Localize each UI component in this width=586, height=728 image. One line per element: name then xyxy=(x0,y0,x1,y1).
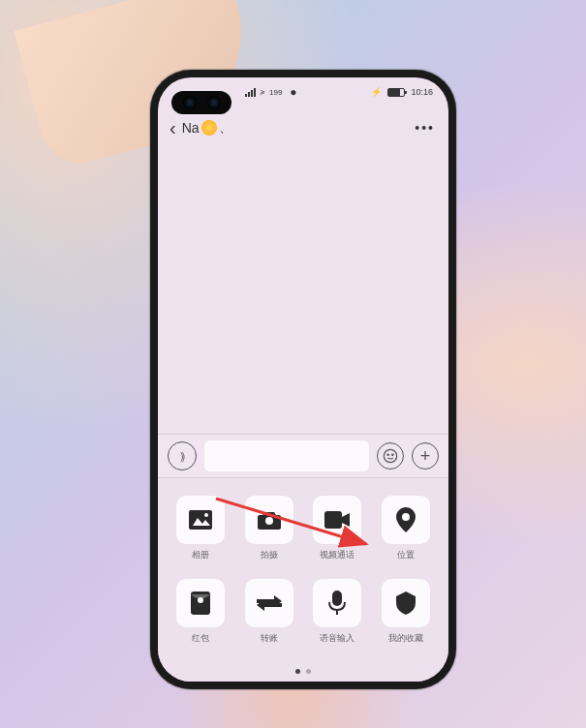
svg-point-5 xyxy=(204,513,208,517)
attach-transfer[interactable]: 转账 xyxy=(240,579,299,645)
svg-point-11 xyxy=(198,597,203,603)
svg-rect-12 xyxy=(333,592,341,605)
red-packet-icon xyxy=(176,579,225,627)
camera-icon xyxy=(245,496,293,544)
back-button[interactable]: ‹ xyxy=(170,117,176,139)
attach-label: 我的收藏 xyxy=(388,632,423,645)
svg-rect-7 xyxy=(324,511,342,529)
notification-dot: ● xyxy=(290,85,296,99)
svg-point-2 xyxy=(392,454,393,455)
wifi-icon: ⩾ xyxy=(260,88,265,96)
attachments-button[interactable]: + xyxy=(412,442,439,470)
attach-label: 拍摄 xyxy=(261,549,278,561)
microphone-icon xyxy=(313,579,361,627)
message-text-input[interactable] xyxy=(204,440,369,471)
location-icon xyxy=(382,496,430,544)
attach-voice-input[interactable]: 语音输入 xyxy=(308,579,367,645)
attach-camera[interactable]: 拍摄 xyxy=(240,496,299,561)
attach-album[interactable]: 相册 xyxy=(171,496,231,561)
carrier-text: 199 xyxy=(269,88,282,97)
more-button[interactable]: ••• xyxy=(415,120,435,136)
phone-screen: ⩾ 199 ● ⚡ 10:16 ‹ Na 、 ••• ⸩ xyxy=(158,77,448,682)
emoji-face-icon xyxy=(201,120,217,136)
attach-label: 视频通话 xyxy=(320,549,355,561)
battery-icon xyxy=(387,88,405,97)
svg-rect-3 xyxy=(189,510,212,530)
attach-label: 语音输入 xyxy=(320,632,355,645)
svg-point-9 xyxy=(402,513,410,521)
status-time: 10:16 xyxy=(411,87,433,97)
emoji-button[interactable] xyxy=(377,442,404,470)
attachments-panel: 相册 拍摄 视频通话 xyxy=(158,478,448,682)
message-input-bar: ⸩ + xyxy=(158,434,448,478)
attach-video-call[interactable]: 视频通话 xyxy=(308,496,367,561)
page-indicator xyxy=(295,669,311,674)
chat-header: ‹ Na 、 ••• xyxy=(158,108,448,147)
svg-point-1 xyxy=(387,454,388,455)
attach-label: 转账 xyxy=(261,632,278,645)
svg-marker-8 xyxy=(342,513,350,527)
album-icon xyxy=(176,496,225,544)
video-icon xyxy=(313,496,361,544)
attach-favorites[interactable]: 我的收藏 xyxy=(377,579,436,645)
attach-location[interactable]: 位置 xyxy=(377,496,436,561)
svg-point-6 xyxy=(265,517,273,525)
phone-frame: ⩾ 199 ● ⚡ 10:16 ‹ Na 、 ••• ⸩ xyxy=(150,70,456,689)
favorites-icon xyxy=(382,579,430,627)
signal-icon xyxy=(245,88,256,97)
svg-point-0 xyxy=(384,449,396,462)
camera-cutout xyxy=(171,91,231,114)
chat-title[interactable]: Na 、 xyxy=(182,119,232,136)
charging-icon: ⚡ xyxy=(371,87,382,97)
transfer-icon xyxy=(245,579,293,627)
attach-label: 红包 xyxy=(192,632,209,645)
voice-message-button[interactable]: ⸩ xyxy=(168,441,197,470)
attach-red-packet[interactable]: 红包 xyxy=(171,579,231,645)
chat-messages-area[interactable] xyxy=(158,147,448,476)
attach-label: 位置 xyxy=(397,549,415,561)
attach-label: 相册 xyxy=(192,549,209,561)
